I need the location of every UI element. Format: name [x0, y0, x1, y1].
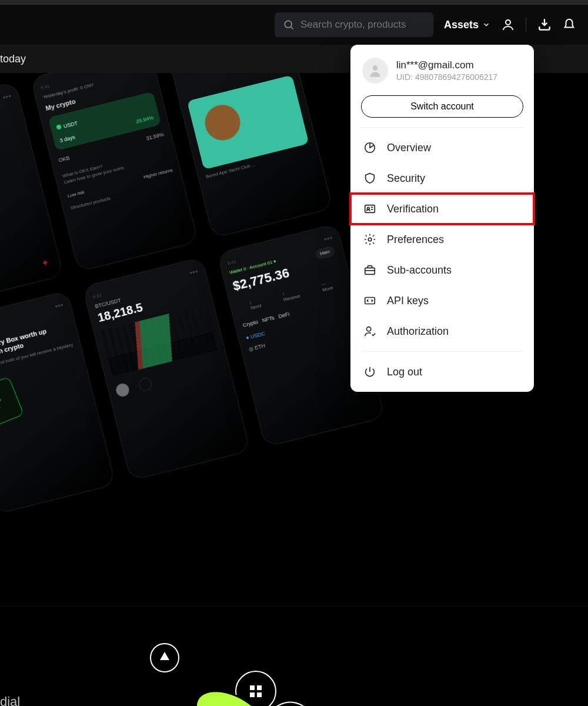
bell-icon [563, 17, 576, 32]
low-risk-label: Low risk [67, 189, 85, 199]
menu-item-verification[interactable]: Verification [350, 194, 534, 224]
menu-label: Security [387, 172, 425, 185]
browser-chrome-strip [0, 0, 588, 5]
svg-rect-10 [365, 268, 375, 274]
popover-divider [361, 127, 523, 128]
eth-pct: 29.94% [135, 115, 154, 125]
svg-point-6 [367, 207, 369, 209]
assets-label: Assets [444, 19, 479, 31]
menu-item-logout[interactable]: Log out [350, 357, 534, 387]
okb-label: OKB [58, 155, 71, 164]
svg-rect-18 [250, 692, 255, 697]
svg-line-1 [291, 27, 293, 29]
search-input[interactable] [300, 19, 425, 31]
chevron-down-icon [482, 21, 490, 29]
okb-pct: 31.59% [146, 132, 165, 142]
pie-chart-icon [363, 141, 376, 154]
menu-item-apikeys[interactable]: API keys [350, 285, 534, 316]
menu-item-security[interactable]: Security [350, 163, 534, 194]
download-icon [537, 17, 552, 32]
days-label: 3 days [59, 134, 76, 144]
menu-label: Verification [387, 203, 439, 215]
code-icon [363, 294, 376, 307]
popover-header: lin***@gmail.com UID: 498078694276006217 [350, 45, 534, 92]
menu-item-authorization[interactable]: Authorization [350, 316, 534, 347]
svg-rect-11 [365, 298, 375, 304]
svg-point-3 [373, 65, 378, 71]
svg-rect-19 [257, 692, 262, 697]
footer-graphic [147, 635, 323, 706]
menu-label: Sub-accounts [387, 264, 452, 277]
svg-rect-5 [365, 205, 375, 213]
search-field[interactable] [275, 12, 433, 37]
svg-rect-17 [257, 685, 262, 690]
id-card-icon [363, 202, 376, 215]
usdt-label: USDT [63, 121, 78, 130]
power-icon [363, 365, 376, 378]
search-icon [283, 19, 295, 31]
menu-label: Preferences [387, 234, 444, 246]
menu-item-preferences[interactable]: Preferences [350, 224, 534, 255]
svg-point-9 [368, 238, 372, 241]
assets-dropdown[interactable]: Assets [444, 19, 490, 31]
subheader-text: today [0, 53, 26, 65]
account-popover: lin***@gmail.com UID: 498078694276006217… [350, 45, 534, 392]
menu-label: Overview [387, 142, 431, 154]
svg-point-2 [506, 20, 510, 25]
account-email: lin***@gmail.com [396, 59, 497, 71]
menu-label: Authorization [387, 325, 449, 338]
user-check-icon [363, 325, 376, 338]
profile-button[interactable] [501, 18, 515, 32]
phone-tile: 9:41●●● BTC/USDT 18,218.5 [82, 257, 250, 481]
svg-rect-16 [250, 685, 255, 690]
app-header: Assets [0, 5, 588, 45]
user-icon [501, 18, 515, 32]
notifications-button[interactable] [563, 17, 576, 32]
menu-label: Log out [387, 366, 422, 378]
switch-account-button[interactable]: Switch account [361, 95, 523, 118]
header-divider [526, 18, 526, 32]
footer-hero: dial [0, 605, 588, 706]
menu-item-overview[interactable]: Overview [350, 132, 534, 163]
menu-label: API keys [387, 295, 429, 307]
menu-item-subaccounts[interactable]: Sub-accounts [350, 255, 534, 285]
svg-point-0 [285, 21, 292, 28]
higher-returns-label: Higher returns [143, 168, 173, 180]
footer-partial-text: dial [0, 694, 20, 706]
popover-divider [361, 351, 523, 352]
svg-point-12 [367, 327, 371, 331]
user-avatar-icon [368, 63, 383, 78]
download-button[interactable] [537, 17, 552, 32]
account-uid: UID: 498078694276006217 [396, 72, 497, 82]
briefcase-icon [363, 264, 376, 277]
shield-icon [363, 172, 376, 185]
avatar [362, 58, 388, 84]
gear-icon [363, 233, 376, 246]
